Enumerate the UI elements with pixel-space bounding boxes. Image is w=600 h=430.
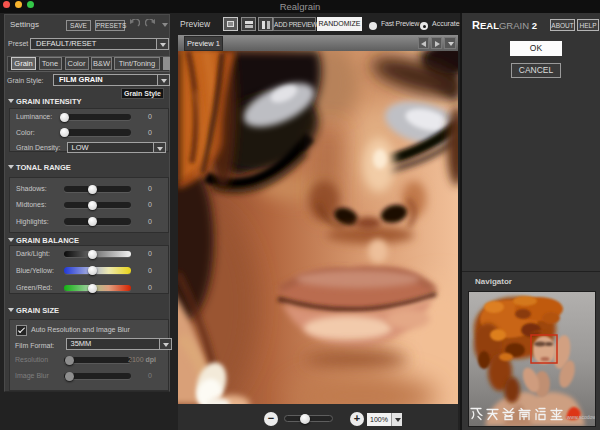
svg-text:www.scodown.com: www.scodown.com	[567, 414, 595, 420]
